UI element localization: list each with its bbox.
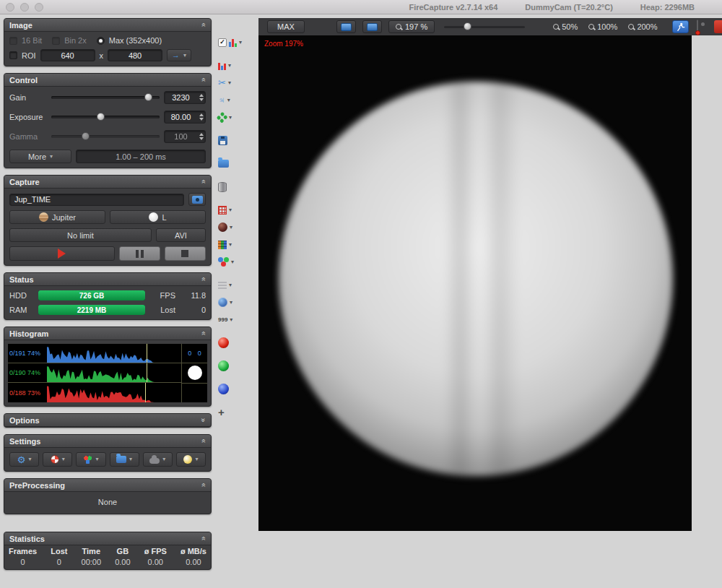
histogram-red-label: 0/188 73% bbox=[8, 383, 47, 402]
blue-channel-button[interactable] bbox=[218, 381, 250, 397]
image-viewport[interactable]: Zoom 197% bbox=[258, 35, 692, 531]
lines-tool[interactable]: ▾ bbox=[218, 277, 250, 293]
debayer-settings-button[interactable]: ▾ bbox=[76, 452, 105, 467]
roi-height-input[interactable] bbox=[108, 49, 162, 61]
caret-down-icon: ▾ bbox=[231, 259, 234, 265]
levels-tool[interactable]: ▾ bbox=[218, 58, 250, 73]
panel-header-histogram[interactable]: Histogram » bbox=[4, 327, 211, 340]
panel-header-settings[interactable]: Settings » bbox=[4, 435, 211, 448]
panel-status: Status » HDD 726 GB FPS 11.8 RAM 2219 MB… bbox=[4, 272, 212, 320]
planet-tool[interactable]: ♃ ▾ bbox=[218, 92, 250, 108]
panel-header-control[interactable]: Control » bbox=[4, 74, 211, 87]
color-wheel-icon bbox=[83, 455, 92, 464]
color-settings-button[interactable]: ▾ bbox=[43, 452, 72, 467]
roi-width-input[interactable] bbox=[40, 49, 95, 61]
roi-preset-button[interactable]: → ▾ bbox=[167, 49, 191, 61]
panel-header-capture[interactable]: Capture » bbox=[4, 176, 211, 189]
rgb-tool[interactable]: ▾ bbox=[218, 254, 250, 269]
max-zoom-button[interactable]: MAX bbox=[267, 20, 305, 33]
radio-max-resolution[interactable] bbox=[97, 37, 105, 45]
histogram-row-green: 0/190 74% bbox=[8, 363, 181, 383]
panel-header-options[interactable]: Options » bbox=[4, 414, 211, 427]
abort-button[interactable] bbox=[714, 20, 722, 33]
snapshot-button[interactable] bbox=[188, 193, 206, 206]
record-preview-button[interactable] bbox=[697, 20, 698, 33]
cutout-tool[interactable]: ✂ ▾ bbox=[218, 75, 250, 90]
zoom-50-button[interactable]: 50% bbox=[551, 22, 580, 31]
globe-tool[interactable]: ▾ bbox=[218, 295, 250, 310]
caret-down-icon: ▾ bbox=[229, 115, 232, 121]
live-view-button[interactable] bbox=[672, 20, 689, 33]
gamma-slider bbox=[51, 135, 160, 138]
collapse-icon: » bbox=[200, 78, 208, 82]
filter-button[interactable]: L bbox=[110, 210, 206, 224]
panel-header-status[interactable]: Status » bbox=[4, 273, 211, 286]
stat-avg-fps: ø FPS 0.00 bbox=[144, 547, 167, 566]
histogram-row-blue: 0/191 74% bbox=[8, 344, 181, 363]
stop-button[interactable] bbox=[165, 246, 206, 261]
close-button[interactable] bbox=[6, 3, 14, 12]
checkbox-bin2x[interactable] bbox=[52, 37, 60, 45]
checkbox-16bit[interactable] bbox=[9, 37, 17, 45]
panel-header-statistics[interactable]: Statistics » bbox=[4, 532, 211, 545]
save-tool[interactable] bbox=[218, 133, 250, 148]
cloud-settings-button[interactable]: ▾ bbox=[143, 452, 173, 467]
badge-999: 999 bbox=[218, 316, 227, 323]
red-channel-button[interactable] bbox=[218, 335, 250, 350]
dark-frame-tool[interactable]: ▾ bbox=[218, 220, 250, 235]
gain-spinner[interactable]: 3230 bbox=[164, 91, 206, 104]
lamp-icon bbox=[183, 455, 192, 464]
side-toolstrip: ✓ ▾ ▾ ✂ ▾ ♃ ▾ ▾ bbox=[218, 35, 250, 420]
preprocessing-mode[interactable]: None bbox=[98, 498, 117, 506]
zoom-100-button[interactable]: 100% bbox=[586, 22, 619, 31]
histogram-tool-icon[interactable] bbox=[229, 38, 237, 47]
exposure-slider[interactable] bbox=[51, 116, 160, 118]
panel-header-preprocessing[interactable]: PreProcessing » bbox=[4, 479, 211, 492]
panel-title: Status bbox=[9, 275, 34, 284]
overlay-checkbox[interactable]: ✓ bbox=[218, 38, 227, 47]
record-button[interactable] bbox=[9, 246, 115, 261]
alignment-tool[interactable]: ▾ bbox=[218, 110, 250, 125]
collapse-icon: » bbox=[200, 439, 208, 444]
exposure-value: 80.00 bbox=[165, 113, 197, 121]
ram-progress-bar: 2219 MB bbox=[38, 305, 145, 315]
filename-input[interactable] bbox=[9, 194, 184, 206]
minimize-button[interactable] bbox=[20, 3, 29, 12]
camera-settings-button[interactable]: ⚙ ▾ bbox=[9, 452, 39, 467]
green-dots-icon bbox=[217, 111, 229, 124]
pause-icon bbox=[136, 250, 144, 258]
second-monitor-button[interactable] bbox=[362, 20, 382, 33]
pause-button[interactable] bbox=[119, 246, 160, 261]
panel-title: Image bbox=[9, 21, 32, 30]
caret-down-icon[interactable]: ▾ bbox=[239, 40, 242, 46]
gain-slider[interactable] bbox=[51, 96, 160, 99]
grid-tool[interactable]: ▾ bbox=[218, 202, 250, 217]
maximize-button[interactable] bbox=[35, 3, 43, 12]
levels-icon bbox=[218, 61, 226, 70]
storage-tool[interactable] bbox=[218, 179, 250, 194]
open-folder-tool[interactable] bbox=[218, 156, 250, 171]
fullscreen-button[interactable] bbox=[336, 20, 356, 33]
zoom-slider[interactable] bbox=[444, 26, 525, 28]
illumination-settings-button[interactable]: ▾ bbox=[176, 452, 206, 467]
green-channel-button[interactable] bbox=[218, 358, 250, 373]
exposure-slider-thumb[interactable] bbox=[97, 113, 105, 121]
stat-gb: GB 0.00 bbox=[115, 547, 130, 566]
checkbox-roi[interactable] bbox=[9, 51, 17, 59]
zoom-slider-thumb[interactable] bbox=[464, 22, 471, 30]
capture-limit-button[interactable]: No limit bbox=[9, 228, 152, 242]
exposure-spinner[interactable]: 80.00 bbox=[164, 111, 206, 124]
output-folder-button[interactable]: ▾ bbox=[110, 452, 139, 467]
zoom-level-button[interactable]: 197 % bbox=[388, 20, 435, 33]
panel-header-image[interactable]: Image » bbox=[4, 19, 211, 32]
more-button[interactable]: More ▾ bbox=[9, 150, 71, 163]
gain-slider-thumb[interactable] bbox=[144, 93, 152, 101]
add-tool-button[interactable]: + bbox=[218, 405, 250, 420]
bayer-tool[interactable]: ▾ bbox=[218, 237, 250, 252]
zoom-200-button[interactable]: 200% bbox=[626, 22, 659, 31]
file-format-button[interactable]: AVI bbox=[156, 228, 206, 242]
record-dot-icon bbox=[695, 30, 700, 35]
arrow-right-icon: → bbox=[172, 51, 180, 59]
object-button[interactable]: Jupiter bbox=[9, 210, 105, 224]
frame-count-tool[interactable]: 999 ▾ bbox=[218, 312, 250, 327]
